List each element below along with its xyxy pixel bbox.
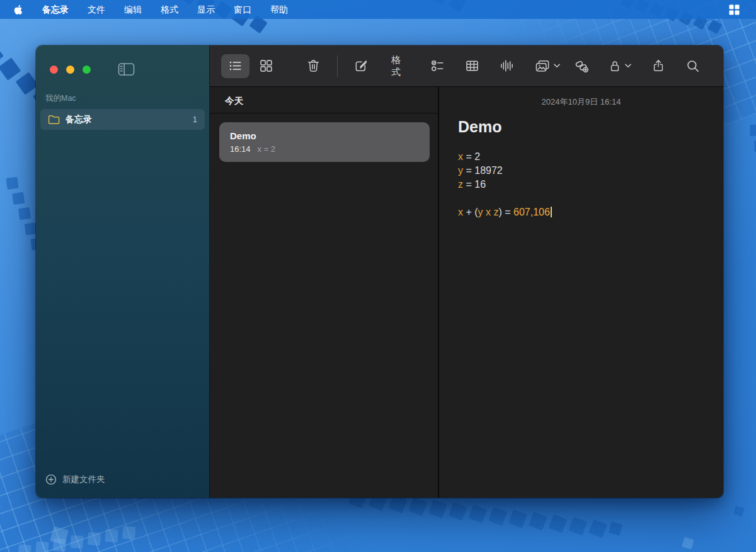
note-title: Demo [458, 118, 704, 136]
wallpaper-square [609, 522, 622, 536]
wallpaper-square [70, 535, 83, 548]
wallpaper-square [12, 192, 25, 205]
wallpaper-square [750, 125, 756, 136]
list-view-button[interactable] [221, 54, 249, 78]
menu-item-app[interactable]: 备忘录 [33, 0, 78, 19]
toolbar: 格式 [210, 45, 723, 87]
lock-button[interactable] [601, 54, 638, 78]
new-folder-button[interactable]: 新建文件夹 [36, 474, 209, 498]
search-button[interactable] [679, 54, 707, 78]
minimize-window-button[interactable] [66, 66, 74, 74]
wallpaper-square [18, 207, 31, 220]
wallpaper-square [568, 517, 587, 536]
editor-line: x + (y x z) = 607,106 [458, 205, 704, 219]
close-window-button[interactable] [50, 66, 58, 74]
editor-line: y = 18972 [458, 164, 704, 178]
wallpaper-square [508, 509, 527, 528]
menu-item-window[interactable]: 窗口 [224, 0, 261, 19]
new-folder-label: 新建文件夹 [62, 474, 105, 485]
chevron-down-icon [625, 64, 631, 68]
table-button[interactable] [458, 54, 486, 78]
format-label: 格式 [391, 54, 408, 78]
grid-status-icon[interactable] [729, 4, 740, 15]
editor-line: x = 2 [458, 150, 704, 164]
text-segment: = 18972 [463, 165, 503, 176]
delete-note-button[interactable] [299, 54, 328, 78]
menu-item-file[interactable]: 文件 [78, 0, 115, 19]
wallpaper-square [6, 177, 18, 190]
wallpaper-square [105, 529, 118, 543]
menu-item-edit[interactable]: 编辑 [115, 0, 151, 19]
note-item-time: 16:14 [230, 144, 251, 154]
menu-item-help[interactable]: 帮助 [261, 0, 297, 19]
share-button[interactable] [644, 54, 672, 78]
wallpaper-square [88, 532, 101, 545]
wallpaper-square-chain [749, 124, 756, 201]
note-editor[interactable]: 2024年10月9日 16:14 Demo x = 2y = 18972z = … [439, 87, 723, 498]
zoom-window-button[interactable] [83, 66, 91, 74]
apple-menu-icon[interactable] [14, 4, 23, 15]
text-segment: + ( [463, 207, 478, 217]
audio-waveform-button[interactable] [493, 54, 521, 78]
content-area: 今天 Demo 16:14 x = 2 2024年10月9日 16:14 Dem… [210, 87, 723, 498]
wallpaper-square [18, 544, 32, 552]
text-cursor [551, 207, 552, 217]
text-segment: ) = [498, 207, 513, 217]
text-segment: z [458, 179, 463, 190]
window-controls [36, 45, 209, 76]
add-link-button[interactable] [567, 54, 596, 78]
sidebar-spacer [36, 130, 209, 474]
menu-bar: 备忘录 文件 编辑 格式 显示 窗口 帮助 [0, 0, 756, 19]
gallery-view-button[interactable] [252, 54, 280, 78]
note-list-section-header: 今天 [210, 87, 438, 113]
editor-lines: x = 2y = 18972z = 16 x + (y x z) = 607,1… [458, 150, 704, 219]
text-segment: y [458, 165, 463, 176]
chevron-down-icon [554, 64, 560, 68]
wallpaper-square [549, 514, 568, 533]
format-button[interactable]: 格式 [384, 54, 415, 78]
wallpaper-square [733, 505, 744, 516]
folder-name: 备忘录 [66, 114, 187, 125]
note-list: 今天 Demo 16:14 x = 2 [210, 87, 439, 498]
note-item-meta: 16:14 x = 2 [230, 144, 419, 154]
editor-line: z = 16 [458, 178, 704, 192]
folder-icon [48, 115, 60, 125]
main-area: 格式 [210, 45, 723, 498]
text-segment: x [458, 151, 463, 162]
wallpaper-square [0, 57, 21, 80]
text-segment: = 16 [463, 179, 486, 190]
toolbar-right-group [567, 54, 707, 78]
note-timestamp: 2024年10月9日 16:14 [458, 96, 704, 108]
wallpaper-square [469, 505, 488, 524]
wallpaper-square [408, 497, 427, 516]
toggle-sidebar-icon[interactable] [118, 62, 135, 76]
plus-circle-icon [45, 474, 57, 485]
note-item-title: Demo [230, 130, 419, 141]
wallpaper-square [682, 537, 694, 549]
wallpaper-square [35, 541, 49, 552]
media-picker-button[interactable] [527, 54, 567, 78]
note-list-item[interactable]: Demo 16:14 x = 2 [219, 122, 430, 162]
checklist-button[interactable] [423, 54, 452, 78]
sidebar-item-notes-folder[interactable]: 备忘录 1 [40, 109, 205, 130]
folder-count-badge: 1 [193, 115, 197, 124]
text-segment: = 2 [463, 151, 480, 162]
device-label: 我的Mac [45, 93, 209, 104]
editor-line [458, 192, 704, 205]
text-segment: x [458, 207, 463, 217]
compose-note-button[interactable] [347, 54, 375, 78]
wallpaper-square [588, 519, 607, 538]
note-item-preview: x = 2 [258, 144, 276, 154]
wallpaper-square [488, 507, 507, 526]
wallpaper-square [16, 72, 38, 95]
wallpaper-square [529, 512, 547, 531]
wallpaper-square [449, 502, 467, 521]
wallpaper-square [122, 526, 135, 539]
menu-item-format[interactable]: 格式 [151, 0, 188, 19]
wallpaper-square [25, 222, 37, 235]
notes-window: 我的Mac 备忘录 1 新建文件夹 [36, 45, 723, 498]
text-segment: y x z [478, 207, 499, 217]
wallpaper-square [428, 500, 447, 519]
wallpaper-square [0, 43, 4, 66]
menu-item-view[interactable]: 显示 [188, 0, 224, 19]
